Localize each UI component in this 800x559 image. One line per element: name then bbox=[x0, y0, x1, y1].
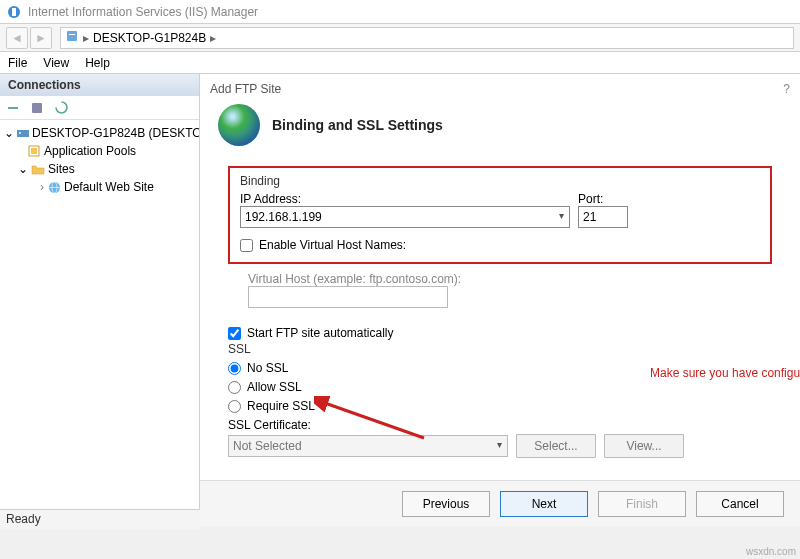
chevron-right-icon: ▸ bbox=[83, 31, 89, 45]
connections-toolbar bbox=[0, 96, 199, 120]
svg-rect-3 bbox=[69, 34, 75, 35]
iis-icon bbox=[6, 4, 22, 20]
start-ftp-automatically-checkbox[interactable] bbox=[228, 327, 241, 340]
address-bar[interactable]: ▸ DESKTOP-G1P824B ▸ bbox=[60, 27, 794, 49]
ssl-certificate-label: SSL Certificate: bbox=[228, 418, 772, 432]
port-input[interactable] bbox=[578, 206, 628, 228]
breadcrumb-server[interactable]: DESKTOP-G1P824B bbox=[93, 31, 206, 45]
ssl-group-label: SSL bbox=[228, 342, 772, 356]
ip-address-label: IP Address: bbox=[240, 192, 570, 206]
svg-point-7 bbox=[19, 132, 21, 134]
previous-button[interactable]: Previous bbox=[402, 491, 490, 517]
watermark: wsxdn.com bbox=[746, 546, 796, 557]
server-icon bbox=[65, 29, 79, 46]
ip-address-combo[interactable] bbox=[240, 206, 570, 228]
no-ssl-radio[interactable] bbox=[228, 362, 241, 375]
svg-rect-4 bbox=[8, 107, 18, 109]
require-ssl-label: Require SSL bbox=[247, 399, 315, 413]
virtual-host-input bbox=[248, 286, 448, 308]
tree-label-sites: Sites bbox=[48, 162, 75, 176]
sites-folder-icon bbox=[30, 161, 46, 177]
menu-file[interactable]: File bbox=[8, 56, 27, 70]
connect-icon[interactable] bbox=[4, 99, 22, 117]
help-icon[interactable]: ? bbox=[783, 82, 790, 96]
globe-icon bbox=[46, 179, 62, 195]
tree-label-app-pools: Application Pools bbox=[44, 144, 136, 158]
ssl-certificate-combo bbox=[228, 435, 508, 457]
status-bar: Ready bbox=[0, 509, 200, 529]
tree-label-default-site: Default Web Site bbox=[64, 180, 154, 194]
window-title: Internet Information Services (IIS) Mana… bbox=[28, 5, 258, 19]
server-icon bbox=[16, 125, 30, 141]
tree-node-app-pools[interactable]: Application Pools bbox=[2, 142, 197, 160]
allow-ssl-label: Allow SSL bbox=[247, 380, 302, 394]
menu-bar: File View Help bbox=[0, 52, 800, 74]
ftp-globe-icon bbox=[218, 104, 260, 146]
connections-tree[interactable]: ⌄ DESKTOP-G1P824B (DESKTOP- Application … bbox=[0, 120, 199, 510]
start-ftp-automatically-label: Start FTP site automatically bbox=[247, 326, 394, 340]
svg-rect-1 bbox=[12, 8, 16, 16]
tree-node-server[interactable]: ⌄ DESKTOP-G1P824B (DESKTOP- bbox=[2, 124, 197, 142]
wizard-footer: Previous Next Finish Cancel bbox=[200, 480, 800, 526]
finish-button: Finish bbox=[598, 491, 686, 517]
svg-rect-5 bbox=[32, 103, 42, 113]
chevron-right-icon: ▸ bbox=[210, 31, 216, 45]
tree-node-default-site[interactable]: › Default Web Site bbox=[2, 178, 197, 196]
cancel-button[interactable]: Cancel bbox=[696, 491, 784, 517]
nav-back-button[interactable]: ◄ bbox=[6, 27, 28, 49]
expand-icon[interactable]: ⌄ bbox=[18, 162, 28, 176]
enable-virtual-host-label: Enable Virtual Host Names: bbox=[259, 238, 406, 252]
add-ftp-site-wizard: Add FTP Site ? Binding and SSL Settings … bbox=[200, 74, 800, 526]
tree-node-sites[interactable]: ⌄ Sites bbox=[2, 160, 197, 178]
svg-rect-2 bbox=[67, 31, 77, 41]
require-ssl-radio[interactable] bbox=[228, 400, 241, 413]
select-certificate-button: Select... bbox=[516, 434, 596, 458]
nav-forward-button[interactable]: ► bbox=[30, 27, 52, 49]
svg-rect-9 bbox=[31, 148, 37, 154]
virtual-host-hint: Virtual Host (example: ftp.contoso.com): bbox=[248, 272, 772, 286]
expand-icon[interactable]: ⌄ bbox=[4, 126, 14, 140]
enable-virtual-host-checkbox[interactable] bbox=[240, 239, 253, 252]
connections-panel: Connections ⌄ DESKTOP-G1P824B (DESKTOP- … bbox=[0, 74, 200, 526]
binding-group-label: Binding bbox=[240, 174, 760, 188]
menu-view[interactable]: View bbox=[43, 56, 69, 70]
save-icon[interactable] bbox=[28, 99, 46, 117]
menu-help[interactable]: Help bbox=[85, 56, 110, 70]
refresh-icon[interactable] bbox=[52, 99, 70, 117]
window-titlebar: Internet Information Services (IIS) Mana… bbox=[0, 0, 800, 24]
annotation-static-ip: Make sure you have configured static IP … bbox=[650, 366, 800, 380]
nav-toolbar: ◄ ► ▸ DESKTOP-G1P824B ▸ bbox=[0, 24, 800, 52]
app-pools-icon bbox=[26, 143, 42, 159]
svg-rect-6 bbox=[17, 130, 29, 137]
next-button[interactable]: Next bbox=[500, 491, 588, 517]
connections-title: Connections bbox=[0, 74, 199, 96]
wizard-title: Add FTP Site bbox=[200, 74, 800, 104]
port-label: Port: bbox=[578, 192, 628, 206]
wizard-heading: Binding and SSL Settings bbox=[272, 117, 443, 133]
tree-label-server: DESKTOP-G1P824B (DESKTOP- bbox=[32, 126, 199, 140]
expand-icon[interactable]: › bbox=[40, 180, 44, 194]
binding-group: Binding IP Address: Port: Enab bbox=[228, 166, 772, 264]
no-ssl-label: No SSL bbox=[247, 361, 288, 375]
allow-ssl-radio[interactable] bbox=[228, 381, 241, 394]
view-certificate-button: View... bbox=[604, 434, 684, 458]
